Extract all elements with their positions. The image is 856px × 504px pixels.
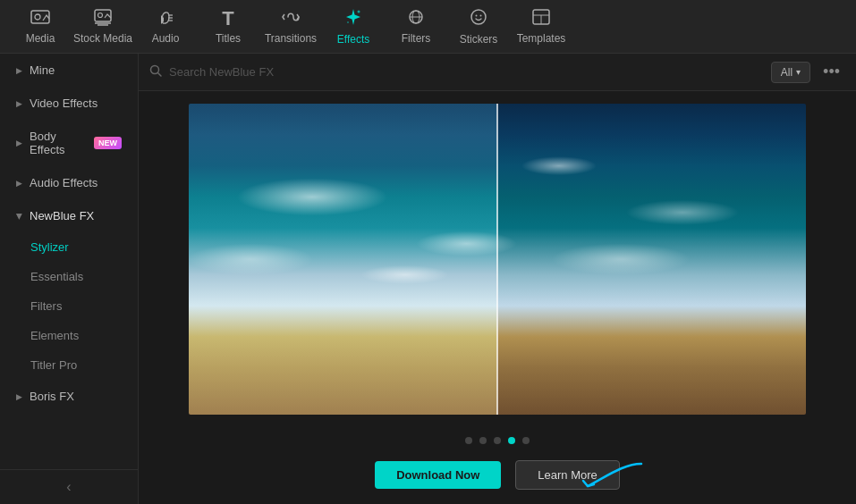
sidebar-label-newblue-fx: NewBlue FX xyxy=(30,209,94,223)
annotation-arrow-icon xyxy=(579,459,650,495)
svg-point-5 xyxy=(98,13,103,18)
sidebar-sub-label-filters: Filters xyxy=(30,299,62,313)
toolbar-item-media[interactable]: Media xyxy=(9,2,72,52)
sidebar: ▶ Mine ▶ Video Effects ▶ Body Effects NE… xyxy=(0,54,139,504)
toolbar-label-audio: Audio xyxy=(152,32,180,45)
pagination-dot-4[interactable] xyxy=(508,437,515,444)
svg-point-1 xyxy=(35,14,40,20)
toolbar-item-stock-media[interactable]: Stock Media xyxy=(72,2,134,52)
search-input[interactable] xyxy=(169,65,764,79)
sidebar-label-audio-effects: Audio Effects xyxy=(30,176,97,189)
chevron-down-icon: ▾ xyxy=(796,67,801,77)
filter-button[interactable]: All ▾ xyxy=(771,62,810,83)
new-badge: NEW xyxy=(94,137,122,149)
sidebar-item-boris-fx[interactable]: ▶ Boris FX xyxy=(4,381,134,412)
search-bar: All ▾ ••• xyxy=(139,54,856,91)
sidebar-sub-label-titler-pro: Titler Pro xyxy=(30,358,77,372)
svg-point-10 xyxy=(347,21,349,23)
sidebar-collapse-button[interactable]: ‹ xyxy=(0,469,138,504)
stock-media-icon xyxy=(93,8,113,29)
svg-point-14 xyxy=(471,10,486,24)
toolbar-label-templates: Templates xyxy=(517,32,566,45)
toolbar-label-stock-media: Stock Media xyxy=(73,32,132,45)
sidebar-item-newblue-fx[interactable]: ▶ NewBlue FX xyxy=(4,200,134,231)
sidebar-label-video-effects: Video Effects xyxy=(30,97,97,110)
arrow-icon-body-effects: ▶ xyxy=(16,139,22,147)
pagination-dot-5[interactable] xyxy=(522,437,530,444)
toolbar-item-audio[interactable]: Audio xyxy=(134,2,197,52)
toolbar-label-media: Media xyxy=(26,32,55,45)
sidebar-sub-label-essentials: Essentials xyxy=(30,270,83,283)
svg-point-9 xyxy=(358,11,360,13)
filter-label: All xyxy=(781,66,792,79)
effects-icon xyxy=(343,7,363,29)
toolbar-item-templates[interactable]: Templates xyxy=(510,2,572,52)
toolbar-item-transitions[interactable]: Transitions xyxy=(259,2,322,52)
sidebar-label-boris-fx: Boris FX xyxy=(30,390,74,403)
arrow-icon-newblue-fx: ▶ xyxy=(15,213,24,219)
sidebar-sub-label-elements: Elements xyxy=(30,329,79,342)
svg-point-16 xyxy=(480,15,482,17)
toolbar-label-stickers: Stickers xyxy=(460,33,498,46)
download-now-label: Download Now xyxy=(396,468,479,482)
main-content: ▶ Mine ▶ Video Effects ▶ Body Effects NE… xyxy=(0,54,856,504)
sidebar-sub-item-filters[interactable]: Filters xyxy=(4,292,134,320)
arrow-icon-video-effects: ▶ xyxy=(16,99,22,108)
bottom-bar: Download Now Learn More xyxy=(139,451,856,504)
more-options-button[interactable]: ••• xyxy=(818,61,845,83)
sidebar-item-body-effects[interactable]: ▶ Body Effects NEW xyxy=(4,121,134,165)
sidebar-item-audio-effects[interactable]: ▶ Audio Effects xyxy=(4,167,134,198)
arrow-icon-audio-effects: ▶ xyxy=(16,179,22,188)
arrow-annotation xyxy=(579,459,650,495)
pagination xyxy=(139,426,856,451)
media-icon xyxy=(30,8,50,29)
search-icon xyxy=(149,64,162,80)
download-now-button[interactable]: Download Now xyxy=(375,461,501,489)
svg-line-21 xyxy=(158,73,162,77)
toolbar-item-filters[interactable]: Filters xyxy=(385,2,447,52)
preview-image xyxy=(189,104,806,415)
more-icon: ••• xyxy=(823,63,840,80)
sidebar-item-mine[interactable]: ▶ Mine xyxy=(4,55,134,86)
sidebar-item-video-effects[interactable]: ▶ Video Effects xyxy=(4,88,134,119)
sidebar-sub-item-essentials[interactable]: Essentials xyxy=(4,263,134,290)
transitions-icon xyxy=(281,8,301,29)
sidebar-sub-label-stylizer: Stylizer xyxy=(30,240,69,254)
sidebar-sub-item-elements[interactable]: Elements xyxy=(4,322,134,349)
pagination-dot-1[interactable] xyxy=(465,437,472,444)
pagination-dot-3[interactable] xyxy=(494,437,501,444)
toolbar-item-effects[interactable]: Effects xyxy=(322,2,385,52)
toolbar: Media Stock Media Audio xyxy=(0,0,856,54)
toolbar-label-titles: Titles xyxy=(216,32,241,45)
collapse-icon: ‹ xyxy=(66,479,71,495)
sidebar-label-mine: Mine xyxy=(30,63,55,77)
titles-icon: T xyxy=(222,9,233,29)
toolbar-label-effects: Effects xyxy=(337,33,369,46)
stickers-icon xyxy=(469,7,488,29)
toolbar-item-stickers[interactable]: Stickers xyxy=(447,2,510,52)
split-line xyxy=(496,104,498,415)
pagination-dot-2[interactable] xyxy=(479,437,487,444)
preview-area xyxy=(139,91,856,426)
toolbar-item-titles[interactable]: T Titles xyxy=(197,2,259,52)
sidebar-label-body-effects: Body Effects xyxy=(30,130,89,156)
arrow-icon-mine: ▶ xyxy=(16,66,22,75)
content-area: All ▾ ••• Downl xyxy=(139,54,856,504)
sidebar-sub-item-stylizer[interactable]: Stylizer xyxy=(4,233,134,261)
templates-icon xyxy=(531,8,551,29)
toolbar-label-transitions: Transitions xyxy=(265,32,317,45)
filters-icon xyxy=(406,8,426,29)
toolbar-label-filters: Filters xyxy=(402,32,431,45)
sidebar-sub-item-titler-pro[interactable]: Titler Pro xyxy=(4,351,134,379)
audio-icon xyxy=(157,8,174,29)
svg-point-15 xyxy=(476,15,478,17)
arrow-icon-boris-fx: ▶ xyxy=(16,392,22,401)
